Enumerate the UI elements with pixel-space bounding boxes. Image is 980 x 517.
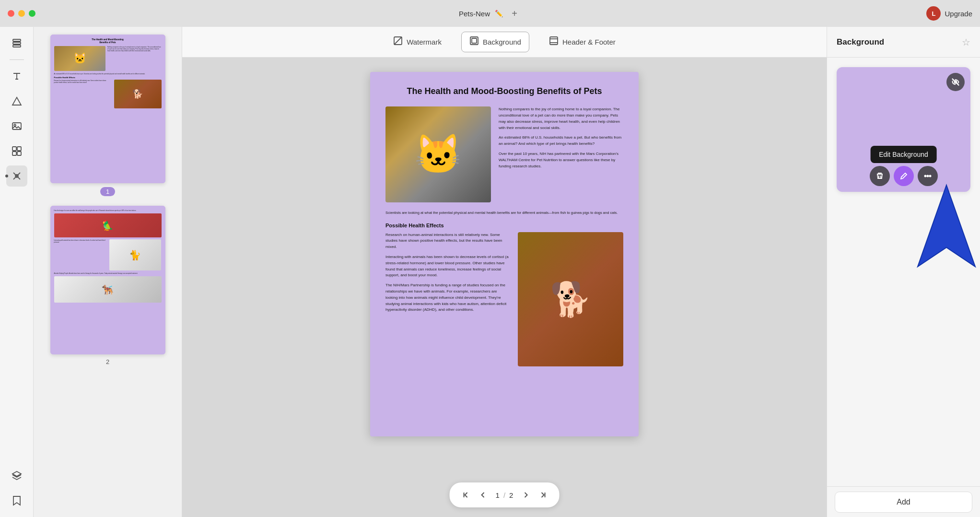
canvas-area: The Health and Mood-Boosting Benefits of…	[182, 58, 827, 517]
right-panel-title: Background	[837, 37, 884, 47]
current-page: 1	[496, 491, 500, 499]
sidebar-icon-image[interactable]	[6, 116, 27, 137]
left-sidebar	[0, 27, 34, 517]
svg-point-20	[924, 176, 926, 177]
thumb2-text-1: How the design of a room can affect the …	[54, 210, 162, 212]
add-button-bar: Add	[827, 486, 980, 517]
background-icon	[469, 36, 479, 48]
top-toolbar: Watermark Background	[182, 27, 827, 58]
upgrade-label: Upgrade	[945, 10, 972, 18]
edit-title-icon[interactable]: ✏️	[495, 10, 503, 17]
watermark-icon	[393, 36, 403, 48]
dog-image	[518, 232, 623, 366]
traffic-lights	[8, 10, 35, 17]
sidebar-icon-bookmark[interactable]	[6, 490, 27, 511]
thumbnail-page-1[interactable]: The Health and Mood-BoostingBenefits of …	[41, 35, 174, 196]
svg-point-22	[929, 176, 931, 177]
edit-background-tooltip: Edit Background	[870, 146, 937, 163]
svg-marker-23	[918, 185, 975, 267]
svg-line-12	[394, 37, 402, 45]
document-page: The Health and Mood-Boosting Benefits of…	[370, 72, 639, 436]
svg-rect-8	[12, 152, 16, 155]
thumbnail-1[interactable]: The Health and Mood-BoostingBenefits of …	[50, 35, 165, 183]
svg-marker-3	[12, 97, 21, 105]
svg-rect-0	[13, 39, 21, 41]
thumb1-text-1: Nothing compares to the joy of coming ho…	[107, 46, 161, 71]
add-button[interactable]: Add	[835, 492, 972, 513]
cursor-arrow-indicator	[908, 180, 980, 278]
background-card: Edit Background	[837, 67, 970, 192]
watermark-tab-label: Watermark	[407, 38, 442, 46]
doc-intro-text: Nothing compares to the joy of coming ho…	[499, 106, 623, 202]
right-panel-header: Background ☆	[827, 27, 980, 58]
page-2-number: 2	[106, 358, 109, 365]
star-button[interactable]: ☆	[962, 36, 970, 48]
page-1-badge: 1	[100, 187, 115, 196]
delete-background-button[interactable]	[870, 166, 890, 186]
svg-rect-7	[17, 147, 21, 151]
cat-image	[385, 106, 491, 202]
background-tab-label: Background	[483, 38, 521, 46]
close-button[interactable]	[8, 10, 14, 17]
svg-rect-1	[13, 42, 21, 44]
svg-rect-2	[13, 45, 21, 47]
sidebar-icon-text[interactable]	[6, 66, 27, 87]
sidebar-icon-shapes[interactable]	[6, 91, 27, 112]
watermark-tab[interactable]: Watermark	[385, 32, 450, 52]
last-page-button[interactable]	[534, 486, 551, 504]
pagination-bar: 1 / 2	[450, 482, 560, 507]
document-title: Pets-New	[459, 10, 490, 18]
sidebar-icon-elements[interactable]	[6, 141, 27, 162]
svg-rect-6	[12, 147, 16, 151]
thumb1-title: The Health and Mood-BoostingBenefits of …	[54, 38, 162, 44]
svg-rect-9	[17, 152, 21, 155]
thumbnail-panel: The Health and Mood-BoostingBenefits of …	[34, 27, 182, 517]
main-layout: The Health and Mood-BoostingBenefits of …	[0, 27, 980, 517]
doc-bottom-row: Research on human-animal interactions is…	[385, 232, 623, 366]
document-page-title: The Health and Mood-Boosting Benefits of…	[385, 85, 623, 97]
page-divider: /	[503, 491, 505, 499]
doc-bottom-text: Research on human-animal interactions is…	[385, 232, 510, 366]
sidebar-divider-1	[10, 59, 24, 60]
doc-top-row: Nothing compares to the joy of coming ho…	[385, 106, 623, 202]
doc-separator-text: Scientists are looking at what the poten…	[385, 210, 623, 215]
thumb1-text-2: An estimated 68% of U.S. households have…	[54, 73, 162, 75]
sidebar-icon-pages[interactable]	[6, 33, 27, 54]
svg-rect-15	[550, 37, 558, 45]
prev-page-button[interactable]	[475, 486, 492, 504]
thumbnail-2[interactable]: How the design of a room can affect the …	[50, 206, 165, 354]
header-footer-tab[interactable]: Header & Footer	[541, 32, 624, 52]
thumbnail-page-2[interactable]: How the design of a room can affect the …	[41, 206, 174, 365]
right-panel: Background ☆ Edit Background	[827, 27, 980, 517]
total-pages: 2	[509, 491, 513, 499]
upgrade-avatar: L	[926, 6, 941, 21]
edit-background-label: Edit Background	[879, 151, 928, 158]
svg-point-21	[927, 176, 928, 177]
titlebar-center: Pets-New ✏️ +	[459, 7, 521, 20]
sidebar-icon-design[interactable]	[6, 165, 27, 187]
sidebar-bottom	[6, 465, 27, 511]
minimize-button[interactable]	[18, 10, 25, 17]
content-area: Watermark Background	[182, 27, 827, 517]
upgrade-button[interactable]: L Upgrade	[926, 6, 972, 21]
thumb1-text-3: Research on human-animal interactions is…	[54, 80, 111, 108]
background-tab[interactable]: Background	[461, 32, 529, 52]
header-footer-tab-label: Header & Footer	[562, 38, 616, 46]
header-footer-icon	[549, 36, 559, 48]
thumb1-subtitle: Possible Health Effects	[54, 76, 162, 79]
maximize-button[interactable]	[29, 10, 35, 17]
thumb2-text-2: Interacting with animals has been shown …	[54, 239, 106, 270]
next-page-button[interactable]	[517, 486, 534, 504]
add-tab-button[interactable]: +	[508, 7, 521, 20]
first-page-button[interactable]	[457, 486, 475, 504]
thumb2-text-3: Animals Helping People. Animals have bee…	[54, 272, 162, 274]
titlebar: Pets-New ✏️ + L Upgrade	[0, 0, 980, 27]
bg-preview-area: Edit Background	[827, 58, 980, 486]
page-indicator: 1 / 2	[492, 491, 517, 499]
doc-section-title: Possible Health Effects	[385, 223, 623, 228]
svg-rect-14	[472, 38, 477, 43]
hide-background-button[interactable]	[946, 73, 965, 91]
sidebar-icon-layers[interactable]	[6, 465, 27, 486]
